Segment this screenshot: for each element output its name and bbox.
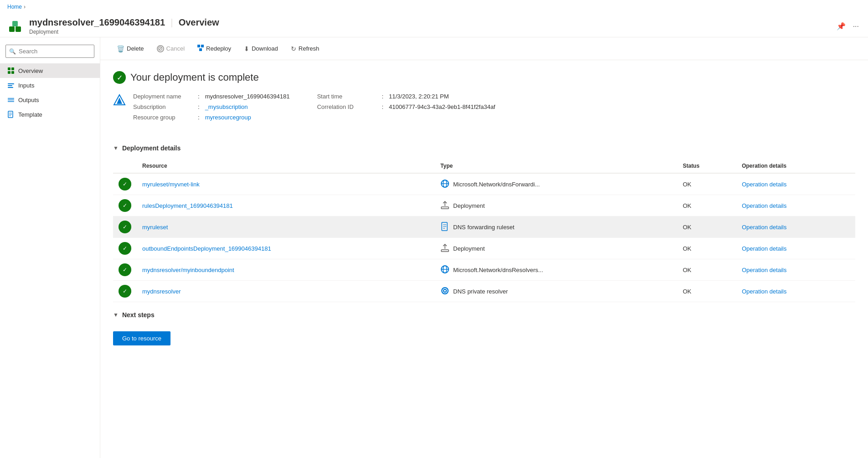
operation-cell: Operation details	[736, 238, 855, 259]
operation-cell: Operation details	[736, 173, 855, 195]
overview-icon	[7, 67, 15, 74]
operation-details-link[interactable]: Operation details	[742, 267, 786, 273]
next-steps-title: Next steps	[122, 311, 155, 319]
svg-rect-9	[8, 87, 13, 88]
operation-details-link[interactable]: Operation details	[742, 288, 786, 295]
resource-cell: myruleset/myvnet-link	[137, 173, 435, 195]
type-icon	[440, 179, 450, 190]
col-status-check	[113, 159, 137, 173]
cancel-icon: ⊘	[157, 45, 164, 52]
sidebar-inputs-label: Inputs	[18, 82, 34, 89]
operation-details-link[interactable]: Operation details	[742, 181, 786, 188]
resource-icon	[7, 18, 24, 35]
delete-button[interactable]: 🗑️ Delete	[111, 42, 150, 55]
overview-content: ✓ Your deployment is complete	[100, 60, 868, 365]
breadcrumb-home[interactable]: Home	[7, 4, 22, 10]
svg-rect-25	[441, 207, 449, 209]
sidebar-item-template[interactable]: Template	[0, 107, 100, 122]
deployment-name-value: mydnsresolver_1699046394181	[205, 93, 290, 100]
operation-cell: Operation details	[736, 195, 855, 216]
sidebar-item-overview[interactable]: Overview	[0, 63, 100, 78]
cancel-button[interactable]: ⊘ Cancel	[151, 42, 190, 55]
subscription-label: Subscription	[133, 103, 192, 110]
svg-rect-31	[441, 250, 449, 252]
deployment-details-header[interactable]: ▼ Deployment details	[113, 144, 855, 152]
table-row: ✓ mydnsresolver	[113, 281, 855, 302]
upload-icon	[440, 201, 450, 211]
row-success-icon: ✓	[119, 263, 131, 276]
page-header: mydnsresolver_1699046394181 | Overview D…	[0, 14, 868, 37]
pin-button[interactable]: 📌	[835, 20, 847, 32]
chevron-down-icon: ▼	[113, 312, 119, 318]
status-cell: OK	[677, 173, 736, 195]
delete-icon: 🗑️	[117, 45, 124, 52]
info-left-column: Deployment name : mydnsresolver_16990463…	[133, 93, 289, 121]
deployment-info: Deployment name : mydnsresolver_16990463…	[133, 93, 495, 121]
table-header: Resource Type Status Operation details	[113, 159, 855, 173]
resource-group-row: Resource group : myresourcegroup	[133, 114, 289, 121]
status-title: Your deployment is complete	[130, 72, 259, 83]
start-time-row: Start time : 11/3/2023, 2:20:21 PM	[317, 93, 495, 100]
correlation-id-row: Correlation ID : 41006777-94c3-43a2-9eb1…	[317, 103, 495, 110]
svg-rect-3	[8, 67, 10, 70]
row-success-icon: ✓	[119, 178, 131, 190]
svg-rect-19	[199, 48, 202, 51]
operation-cell: Operation details	[736, 281, 855, 302]
col-status: Status	[677, 159, 736, 173]
resource-link[interactable]: rulesDeployment_1699046394181	[142, 202, 233, 209]
table-row: ✓ myruleset/myvnet-link	[113, 173, 855, 195]
status-check-icon: ✓	[113, 71, 126, 84]
sidebar-item-inputs[interactable]: Inputs	[0, 78, 100, 93]
svg-rect-10	[8, 98, 14, 99]
sidebar-item-outputs[interactable]: Outputs	[0, 93, 100, 107]
type-label: Deployment	[453, 245, 485, 252]
page-subtitle: Deployment	[29, 29, 219, 35]
status-cell: OK	[677, 281, 736, 302]
row-check-cell: ✓	[113, 281, 137, 302]
go-to-resource-button[interactable]: Go to resource	[113, 331, 170, 345]
resource-link[interactable]: mydnsresolver	[142, 288, 181, 295]
operation-details-link[interactable]: Operation details	[742, 245, 786, 252]
page-title: mydnsresolver_1699046394181 | Overview	[29, 17, 219, 28]
main-layout: 🔍 Overview Inputs	[0, 37, 868, 458]
svg-rect-0	[9, 26, 15, 32]
operation-details-link[interactable]: Operation details	[742, 202, 786, 209]
redeploy-button[interactable]: Redeploy	[192, 42, 237, 55]
doc-icon	[440, 222, 450, 232]
type-cell: Deployment	[435, 238, 677, 259]
row-success-icon: ✓	[119, 221, 131, 233]
template-icon	[7, 111, 15, 118]
row-check-cell: ✓	[113, 259, 137, 281]
outputs-icon	[7, 96, 15, 103]
subscription-value: _mysubscription	[205, 103, 248, 110]
deployment-details-table: Resource Type Status Operation details ✓	[113, 159, 855, 302]
more-options-button[interactable]: ···	[851, 20, 861, 32]
sidebar-nav: Overview Inputs Outputs	[0, 63, 100, 122]
sidebar-overview-label: Overview	[18, 67, 43, 74]
refresh-button[interactable]: ↻ Refresh	[285, 42, 325, 55]
start-time-value: 11/3/2023, 2:20:21 PM	[389, 93, 449, 100]
sidebar: 🔍 Overview Inputs	[0, 37, 100, 458]
next-steps-header[interactable]: ▼ Next steps	[113, 311, 855, 319]
type-label: DNS forwarding ruleset	[453, 224, 514, 231]
type-cell: Deployment	[435, 195, 677, 216]
download-icon: ⬇	[244, 45, 249, 52]
resource-link[interactable]: myruleset	[142, 224, 168, 231]
table-row: ✓ rulesDeployment_1699046394181	[113, 195, 855, 216]
resource-link[interactable]: mydnsresolver/myinboundendpoint	[142, 267, 234, 273]
type-label: Microsoft.Network/dnsResolvers...	[453, 267, 543, 273]
search-input[interactable]	[5, 45, 94, 58]
resource-link[interactable]: outboundEndpointsDeployment_169904639418…	[142, 245, 271, 252]
download-button[interactable]: ⬇ Download	[238, 42, 284, 55]
resource-cell: mydnsresolver/myinboundendpoint	[137, 259, 435, 281]
deployment-name-label: Deployment name	[133, 93, 192, 100]
row-check-cell: ✓	[113, 195, 137, 216]
resource-link[interactable]: myruleset/myvnet-link	[142, 181, 200, 188]
status-cell: OK	[677, 238, 736, 259]
start-time-label: Start time	[317, 93, 376, 100]
azure-icon	[113, 94, 126, 107]
type-cell: Microsoft.Network/dnsResolvers...	[435, 259, 677, 281]
type-label: DNS private resolver	[453, 288, 508, 295]
operation-details-link[interactable]: Operation details	[742, 224, 786, 231]
type-label: Deployment	[453, 202, 485, 209]
